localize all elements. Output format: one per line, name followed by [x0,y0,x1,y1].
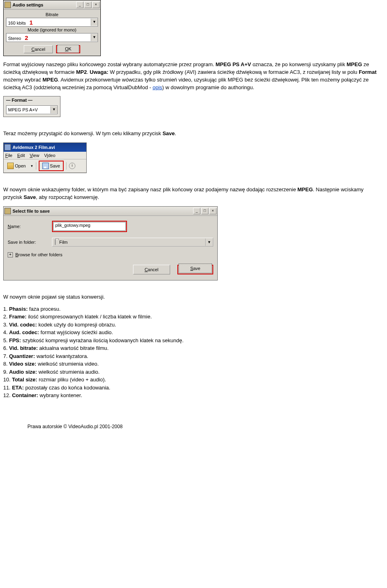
ok-button[interactable]: OK [57,45,79,53]
folder-label: Save in folder: [8,240,52,245]
status-list: 1. Phasis: faza procesu.2. Frame: ilość … [3,305,384,400]
status-row: 7. Quantizer: wartość kwantyzatora. [3,352,384,360]
browse-expander[interactable]: + Browse for other folders [8,252,213,257]
status-row: 9. Audio size: wielkość strumienia audio… [3,368,384,376]
status-row: 8. Video size: wielkość strumienia video… [3,360,384,368]
toolbar: Open ▼ Save i [4,159,86,173]
status-row: 6. Vid. bitrate: aktualna wartość bitrat… [3,344,384,352]
folder-icon [55,239,56,245]
status-row: 4. Aud. codec: format wyjściowy ścieżki … [3,329,384,337]
window-controls: _ □ × [76,2,100,8]
app-icon [4,144,11,151]
mode-label: Mode (ignored for mono) [6,27,98,32]
titlebar: Select file to save _ □ × [4,207,217,216]
chevron-down-icon[interactable]: ▼ [30,164,33,168]
menu-edit[interactable]: Edit [17,153,25,158]
window-title: Select file to save [12,209,193,213]
footer-copyright: Prawa autorskie © VideoAudio.pl 2001-200… [3,424,384,429]
paragraph-status-intro: W nowym oknie pojawi się status konwersj… [3,293,384,301]
menu-view[interactable]: View [30,153,40,158]
bitrate-dropdown[interactable]: 160 kbits 1 ▼ [6,18,98,27]
status-row: 11. ETA: pozostały czas do końca kodowan… [3,384,384,392]
save-highlight: Save [177,265,213,274]
save-button[interactable]: Save [179,264,212,273]
paragraph-save-dialog: W nowym oknie wskazujemy folder, w który… [3,186,384,201]
audio-settings-dialog: Audio settings _ □ × Bitrate 160 kbits 1… [3,0,101,56]
open-button[interactable]: Open [5,161,28,170]
mode-value: Stereo 2 [6,33,91,42]
paragraph-format-output: Format wyjściowy naszego pliku końcowego… [3,61,384,91]
status-row: 12. Container: wybrany kontener. [3,391,384,400]
bitrate-label: Bitrate [6,12,98,17]
folder-value: Film [58,238,203,246]
chevron-down-icon[interactable]: ▼ [91,19,98,26]
select-file-dialog: Select file to save _ □ × Name: plik_got… [3,206,218,280]
name-input[interactable]: plik_gotowy.mpeg [53,222,126,231]
menu-file[interactable]: File [5,153,12,158]
status-row: 2. Frame: ilość skompresowanych klatek /… [3,313,384,321]
format-value: MPEG PS A+V [6,107,50,113]
titlebar: Avidemux 2 Film.avi [4,143,86,152]
window-title: Audio settings [12,2,76,7]
save-button[interactable]: Save [40,161,62,170]
status-row: 5. FPS: szybkość kompresji wyrażana iloś… [3,337,384,345]
cancel-button[interactable]: Cancel [24,45,53,53]
bitrate-value: 160 kbits 1 [6,18,91,27]
window-title: Avidemux 2 Film.avi [12,145,55,150]
status-row: 10. Total size: rozmiar pliku (video + a… [3,376,384,384]
titlebar: Audio settings _ □ × [4,0,100,10]
status-row: 1. Phasis: faza procesu. [3,305,384,313]
plus-icon: + [8,252,13,257]
avidemux-toolbar: Avidemux 2 Film.avi File Edit View Video… [3,142,87,173]
annotation-2: 2 [25,34,28,41]
chevron-down-icon[interactable]: ▼ [205,239,213,246]
paragraph-save: Teraz możemy przystąpić do konwersji. W … [3,130,384,138]
minimize-button[interactable]: _ [193,208,200,214]
menu-video[interactable]: Video [44,153,55,158]
maximize-button[interactable]: □ [201,208,208,214]
format-dropdown[interactable]: MPEG PS A+V ▼ [6,105,58,114]
folder-dropdown[interactable]: Film ▼ [52,238,213,247]
separator [36,162,36,169]
close-button[interactable]: × [209,208,216,214]
opis-link[interactable]: opis [152,84,162,90]
chevron-down-icon[interactable]: ▼ [91,34,98,41]
maximize-button[interactable]: □ [84,2,92,8]
status-row: 3. Vid. codec: kodek użyty do kompresji … [3,321,384,329]
app-icon [4,208,11,214]
close-button[interactable]: × [92,2,100,8]
mode-dropdown[interactable]: Stereo 2 ▼ [6,33,98,42]
app-icon [4,2,11,8]
separator [66,162,67,169]
minimize-button[interactable]: _ [76,2,83,8]
cancel-button[interactable]: Cancel [133,265,170,274]
format-heading: — Format — [4,96,60,104]
window-controls: _ □ × [193,208,216,214]
chevron-down-icon[interactable]: ▼ [50,106,57,113]
format-snippet: — Format — MPEG PS A+V ▼ [3,96,60,117]
name-label: Name: [8,224,52,229]
info-icon[interactable]: i [69,163,75,169]
annotation-1: 1 [29,19,33,26]
menu-bar: File Edit View Video [4,152,86,159]
folder-icon [7,163,14,169]
save-highlight: Save [39,161,64,171]
disk-icon [42,163,49,169]
ok-highlight: OK [56,45,80,53]
name-highlight: plik_gotowy.mpeg [52,221,127,232]
